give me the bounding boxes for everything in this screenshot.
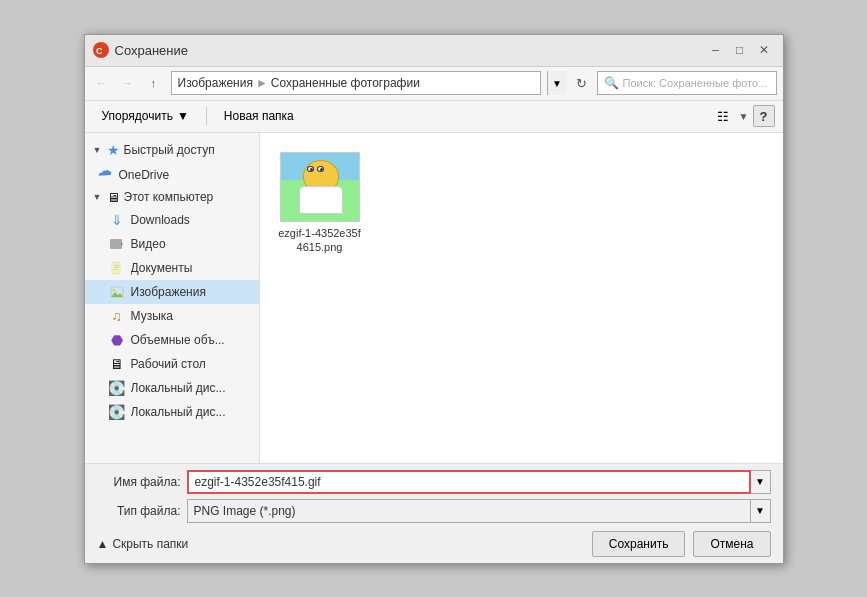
breadcrumb-part2: Сохраненные фотографии xyxy=(271,76,420,90)
expand-icon-this-pc: ▼ xyxy=(93,192,103,202)
sidebar-local-disk-c-label: Локальный дис... xyxy=(131,381,226,395)
collapse-icon: ▲ xyxy=(97,537,109,551)
file-name-label: ezgif-1-4352e35f4615.png xyxy=(277,226,363,255)
filetype-input-wrapper: ▼ xyxy=(187,499,771,523)
breadcrumb-dropdown[interactable]: ▼ xyxy=(547,71,567,95)
filename-label: Имя файла: xyxy=(97,475,187,489)
title-bar: C Сохранение – □ ✕ xyxy=(85,35,783,67)
sidebar-item-downloads[interactable]: ⇓ Downloads xyxy=(85,208,259,232)
sidebar-item-desktop[interactable]: 🖥 Рабочий стол xyxy=(85,352,259,376)
file-thumbnail xyxy=(280,152,360,222)
action-row: ▲ Скрыть папки Сохранить Отмена xyxy=(97,531,771,557)
filetype-input[interactable] xyxy=(187,499,751,523)
new-folder-button[interactable]: Новая папка xyxy=(215,104,303,128)
sidebar-item-images[interactable]: Изображения xyxy=(85,280,259,304)
sidebar-music-label: Музыка xyxy=(131,309,173,323)
svg-rect-6 xyxy=(114,267,119,268)
svg-rect-2 xyxy=(110,239,122,249)
toolbar-separator xyxy=(206,107,207,125)
hide-folders-label: Скрыть папки xyxy=(112,537,188,551)
desktop-icon: 🖥 xyxy=(109,356,125,372)
svg-text:C: C xyxy=(96,46,103,56)
maximize-button[interactable]: □ xyxy=(729,39,751,61)
svg-rect-7 xyxy=(114,269,117,270)
search-bar: 🔍 Поиск: Сохраненные фото... xyxy=(597,71,777,95)
new-folder-label: Новая папка xyxy=(224,109,294,123)
filetype-row: Тип файла: ▼ xyxy=(97,499,771,523)
documents-icon xyxy=(109,260,125,276)
organize-button[interactable]: Упорядочить ▼ xyxy=(93,104,198,128)
sidebar-item-local-disk-c[interactable]: 💽 Локальный дис... xyxy=(85,376,259,400)
sidebar-item-documents[interactable]: Документы xyxy=(85,256,259,280)
sidebar-this-pc-label: Этот компьютер xyxy=(124,190,214,204)
3d-objects-icon: ⬣ xyxy=(109,332,125,348)
sidebar-icon-star: ★ xyxy=(107,142,120,158)
svg-rect-5 xyxy=(114,265,119,266)
view-toggle-button[interactable]: ☷ xyxy=(711,104,735,128)
onedrive-icon xyxy=(97,167,113,183)
cancel-button[interactable]: Отмена xyxy=(693,531,770,557)
images-icon xyxy=(109,284,125,300)
expand-icon: ▼ xyxy=(93,145,103,155)
this-pc-icon: 🖥 xyxy=(107,190,120,205)
forward-button[interactable]: → xyxy=(117,72,139,94)
close-button[interactable]: ✕ xyxy=(753,39,775,61)
bottom-bar: Имя файла: ▼ Тип файла: ▼ ▲ Скрыть папки… xyxy=(85,463,783,563)
homer-pupil-right xyxy=(320,168,323,171)
video-icon xyxy=(109,236,125,252)
filename-input-wrapper: ▼ xyxy=(187,470,771,494)
music-icon: ♫ xyxy=(109,308,125,324)
back-button[interactable]: ← xyxy=(91,72,113,94)
nav-bar: ← → ↑ Изображения ► Сохраненные фотограф… xyxy=(85,67,783,101)
title-controls: – □ ✕ xyxy=(705,39,775,61)
save-dialog: C Сохранение – □ ✕ ← → ↑ Изображения ► С… xyxy=(84,34,784,564)
sidebar-item-onedrive[interactable]: OneDrive xyxy=(85,163,259,187)
breadcrumb-separator: ► xyxy=(256,76,268,90)
sidebar-local-disk-d-label: Локальный дис... xyxy=(131,405,226,419)
filename-row: Имя файла: ▼ xyxy=(97,470,771,494)
sidebar-item-music[interactable]: ♫ Музыка xyxy=(85,304,259,328)
sidebar-3d-objects-label: Объемные объ... xyxy=(131,333,225,347)
action-buttons: Сохранить Отмена xyxy=(592,531,771,557)
filename-input[interactable] xyxy=(187,470,751,494)
help-icon: ? xyxy=(760,109,768,124)
organize-label: Упорядочить xyxy=(102,109,173,123)
up-button[interactable]: ↑ xyxy=(143,72,165,94)
file-item[interactable]: ezgif-1-4352e35f4615.png xyxy=(270,143,370,264)
hide-folders-button[interactable]: ▲ Скрыть папки xyxy=(97,537,189,551)
toolbar-right: ☷ ▼ ? xyxy=(711,104,775,128)
title-bar-left: C Сохранение xyxy=(93,42,189,58)
sidebar-item-local-disk-d[interactable]: 💽 Локальный дис... xyxy=(85,400,259,424)
local-disk-c-icon: 💽 xyxy=(109,380,125,396)
sidebar-downloads-label: Downloads xyxy=(131,213,190,227)
breadcrumb-bar: Изображения ► Сохраненные фотографии xyxy=(171,71,541,95)
minimize-button[interactable]: – xyxy=(705,39,727,61)
filename-dropdown-button[interactable]: ▼ xyxy=(751,470,771,494)
sidebar-onedrive-label: OneDrive xyxy=(119,168,170,182)
search-icon: 🔍 xyxy=(604,76,619,90)
sidebar-section-quick-access: ▼ ★ Быстрый доступ xyxy=(85,137,259,163)
downloads-icon: ⇓ xyxy=(109,212,125,228)
file-area: ezgif-1-4352e35f4615.png xyxy=(260,133,783,463)
homer-image xyxy=(281,152,359,222)
sidebar-images-label: Изображения xyxy=(131,285,206,299)
sidebar-quick-access-label: Быстрый доступ xyxy=(124,143,215,157)
filetype-label: Тип файла: xyxy=(97,504,187,518)
help-button[interactable]: ? xyxy=(753,105,775,127)
homer-body xyxy=(299,186,343,214)
sidebar-quick-access-header[interactable]: ▼ ★ Быстрый доступ xyxy=(85,139,259,161)
local-disk-d-icon: 💽 xyxy=(109,404,125,420)
view-chevron-icon: ▼ xyxy=(739,111,749,122)
sidebar-item-video[interactable]: Видео xyxy=(85,232,259,256)
sidebar-this-pc-header[interactable]: ▼ 🖥 Этот компьютер xyxy=(85,187,259,208)
breadcrumb-part1: Изображения xyxy=(178,76,253,90)
toolbar: Упорядочить ▼ Новая папка ☷ ▼ ? xyxy=(85,101,783,133)
refresh-button[interactable]: ↻ xyxy=(571,72,593,94)
filetype-dropdown-button[interactable]: ▼ xyxy=(751,499,771,523)
search-placeholder: Поиск: Сохраненные фото... xyxy=(623,77,768,89)
organize-chevron-icon: ▼ xyxy=(177,109,189,123)
sidebar-item-3d-objects[interactable]: ⬣ Объемные объ... xyxy=(85,328,259,352)
sidebar-video-label: Видео xyxy=(131,237,166,251)
save-button[interactable]: Сохранить xyxy=(592,531,686,557)
homer-pupil-left xyxy=(310,168,313,171)
